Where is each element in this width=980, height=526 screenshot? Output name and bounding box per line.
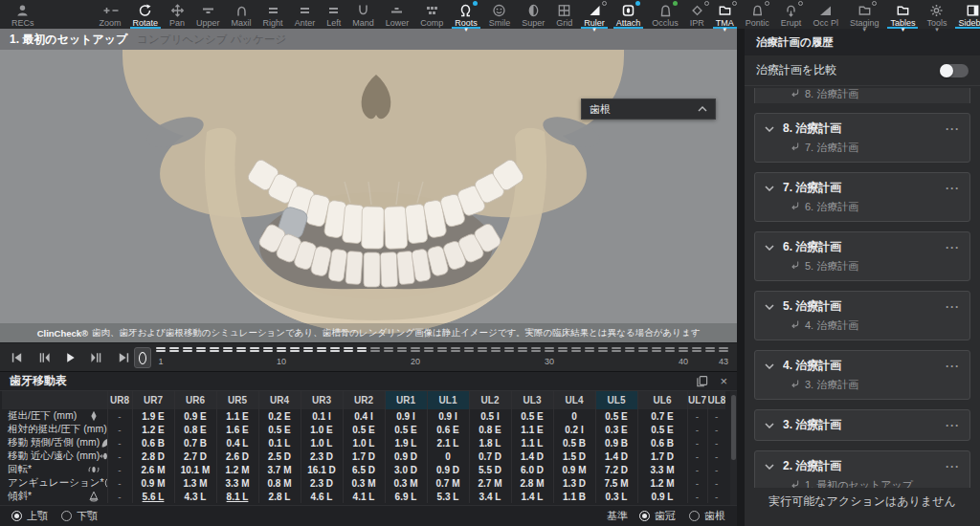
toolbar-item-zoom[interactable]: Zoom [94, 0, 127, 29]
toolbar-item-upper[interactable]: Upper [190, 0, 226, 29]
toolbar-item-left[interactable]: Left [321, 0, 346, 29]
chevron-down-icon[interactable] [765, 304, 774, 310]
toolbar-item-erupt[interactable]: Erupt [775, 0, 808, 29]
close-icon[interactable]: × [720, 375, 727, 387]
stage-0-indicator[interactable] [134, 347, 151, 368]
toolbar-item-tools[interactable]: Tools▾ [921, 0, 952, 29]
stage-mark-10[interactable]: 10 [275, 346, 288, 371]
plan-card-3[interactable]: 3. 治療計画··· [754, 409, 970, 441]
stage-mark-26[interactable] [489, 346, 502, 371]
toolbar-item-super[interactable]: Super [516, 0, 550, 29]
toolbar-item-comp[interactable]: Comp [414, 0, 449, 29]
stage-mark-38[interactable] [650, 346, 663, 371]
reference-option--[interactable]: 歯根 [689, 509, 725, 523]
toolbar-item-mand[interactable]: Mand [346, 0, 380, 29]
copy-icon[interactable] [696, 375, 708, 387]
stage-mark-42[interactable] [703, 346, 717, 371]
stage-mark-43[interactable]: 43 [717, 346, 730, 371]
plan-menu-button[interactable]: ··· [946, 122, 960, 136]
plan-card-2[interactable]: 2. 治療計画···1. 最初のセットアップ [754, 450, 970, 488]
next-stage-button[interactable] [88, 351, 105, 364]
stage-mark-27[interactable] [502, 346, 516, 371]
stage-mark-17[interactable] [368, 346, 382, 371]
toolbar-item-occlus[interactable]: Occlus [646, 0, 684, 29]
chevron-down-icon[interactable] [765, 423, 774, 428]
chevron-down-icon[interactable] [765, 126, 774, 132]
plan-card-7[interactable]: 7. 治療計画···6. 治療計画 [754, 172, 970, 222]
plan-card-5[interactable]: 5. 治療計画···4. 治療計画 [754, 291, 970, 340]
stage-mark-9[interactable] [261, 346, 275, 371]
reference-option--[interactable]: 歯冠 [639, 509, 676, 523]
toolbar-item-staging[interactable]: Staging▾ [844, 0, 885, 29]
toolbar-item-attach[interactable]: Attach [611, 0, 647, 29]
chevron-down-icon[interactable] [765, 363, 774, 369]
table-scrollbar[interactable] [730, 391, 737, 505]
stage-mark-34[interactable] [596, 346, 610, 371]
arch-option--[interactable]: 下顎 [61, 509, 98, 523]
stage-mark-28[interactable] [516, 346, 529, 371]
previous-stage-button[interactable] [34, 351, 52, 364]
stage-mark-32[interactable] [569, 346, 583, 371]
table-scrollbar-thumb[interactable] [731, 395, 736, 460]
toolbar-item-tables[interactable]: Tables▾ [884, 0, 921, 29]
toolbar-item-recs[interactable]: RECs [6, 0, 40, 29]
stage-mark-11[interactable] [288, 346, 301, 371]
stage-mark-24[interactable] [462, 346, 476, 371]
stage-mark-23[interactable] [449, 346, 462, 371]
toolbar-item-occ-pl[interactable]: Occ Pl [807, 0, 844, 29]
stage-mark-8[interactable] [248, 346, 261, 371]
plan-menu-button[interactable]: ··· [946, 419, 960, 432]
stage-mark-14[interactable] [328, 346, 342, 371]
stage-mark-4[interactable] [194, 346, 208, 371]
stage-mark-31[interactable] [556, 346, 569, 371]
plan-menu-button[interactable]: ··· [946, 300, 960, 314]
stage-mark-29[interactable] [529, 346, 543, 371]
chevron-down-icon[interactable] [765, 464, 774, 470]
chevron-down-icon[interactable] [765, 186, 774, 191]
stage-mark-19[interactable] [395, 346, 409, 371]
stage-mark-13[interactable] [315, 346, 328, 371]
stage-mark-22[interactable] [435, 346, 449, 371]
toolbar-item-pan[interactable]: Pan [164, 0, 190, 29]
stage-mark-6[interactable] [221, 346, 234, 371]
toolbar-item-maxil[interactable]: Maxil [226, 0, 257, 29]
roots-panel-header[interactable]: 歯根 [581, 99, 716, 120]
stage-mark-2[interactable] [167, 346, 181, 371]
stage-mark-37[interactable] [636, 346, 650, 371]
plan-menu-button[interactable]: ··· [946, 241, 960, 254]
toolbar-item-anter[interactable]: Anter [289, 0, 322, 29]
stage-mark-41[interactable] [690, 346, 703, 371]
stage-mark-7[interactable] [234, 346, 248, 371]
toolbar-item-grid[interactable]: Grid [550, 0, 578, 29]
stage-mark-12[interactable] [301, 346, 315, 371]
toolbar-item-roots[interactable]: Roots▾ [449, 0, 483, 29]
plan-card-6[interactable]: 6. 治療計画···5. 治療計画 [754, 231, 970, 281]
chevron-down-icon[interactable] [765, 245, 774, 251]
toolbar-item-rotate[interactable]: Rotate [127, 0, 165, 29]
stage-mark-18[interactable] [382, 346, 395, 371]
stage-mark-35[interactable] [610, 346, 623, 371]
stage-mark-21[interactable] [422, 346, 435, 371]
plan-card-9[interactable]: 9. 治療計画···8. 治療計画 [754, 88, 970, 103]
chevron-up-icon[interactable] [698, 106, 707, 112]
arch-option--[interactable]: 上顎 [11, 509, 48, 523]
stage-mark-1[interactable]: 1 [154, 346, 167, 371]
stage-mark-33[interactable] [583, 346, 596, 371]
toolbar-item-right[interactable]: Right [257, 0, 289, 29]
play-button[interactable] [61, 351, 78, 364]
toolbar-item-tma[interactable]: TMA▾ [710, 0, 740, 29]
toolbar-item-sidebar[interactable]: Sidebar [952, 0, 980, 29]
plan-menu-button[interactable]: ··· [946, 182, 960, 195]
toolbar-item-lower[interactable]: Lower [380, 0, 415, 29]
toolbar-item-smile[interactable]: Smile [483, 0, 517, 29]
compare-toggle[interactable] [940, 64, 969, 77]
3d-viewport[interactable]: 歯根 ClinCheck® 歯肉、歯牙および歯根移動のシミュレーションであり、歯… [0, 50, 737, 342]
stage-mark-25[interactable] [476, 346, 489, 371]
stage-mark-36[interactable] [623, 346, 636, 371]
stage-mark-15[interactable] [342, 346, 355, 371]
stage-mark-3[interactable] [181, 346, 194, 371]
skip-to-end-button[interactable] [115, 351, 132, 364]
plan-menu-button[interactable]: ··· [946, 460, 960, 473]
plan-card-4[interactable]: 4. 治療計画···3. 治療計画 [754, 350, 970, 400]
stage-mark-20[interactable]: 20 [409, 346, 422, 371]
